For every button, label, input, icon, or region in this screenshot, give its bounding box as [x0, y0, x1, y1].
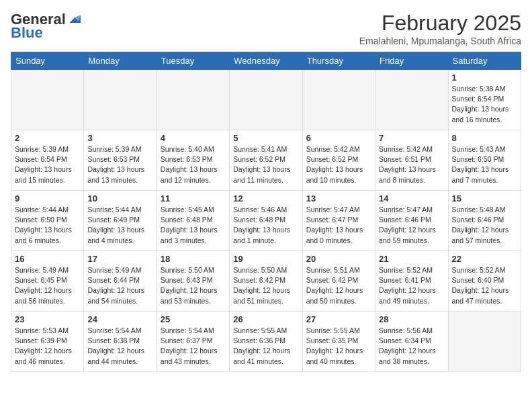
day-info: Sunrise: 5:38 AMSunset: 6:54 PMDaylight:… [452, 84, 517, 125]
day-info: Sunrise: 5:46 AMSunset: 6:48 PMDaylight:… [233, 205, 298, 246]
calendar-cell: 9Sunrise: 5:44 AMSunset: 6:50 PMDaylight… [11, 191, 84, 251]
day-number: 9 [15, 193, 80, 203]
day-number: 15 [452, 193, 517, 203]
calendar-cell: 6Sunrise: 5:42 AMSunset: 6:52 PMDaylight… [302, 130, 375, 191]
day-info: Sunrise: 5:40 AMSunset: 6:53 PMDaylight:… [161, 144, 226, 185]
day-info: Sunrise: 5:54 AMSunset: 6:38 PMDaylight:… [87, 326, 152, 367]
day-number: 3 [87, 133, 152, 143]
day-number: 6 [306, 133, 371, 143]
calendar-cell: 12Sunrise: 5:46 AMSunset: 6:48 PMDayligh… [230, 191, 302, 251]
calendar-cell: 27Sunrise: 5:55 AMSunset: 6:35 PMDayligh… [302, 312, 375, 372]
day-number: 24 [87, 314, 152, 324]
day-number: 12 [233, 193, 298, 203]
calendar-cell: 3Sunrise: 5:39 AMSunset: 6:53 PMDaylight… [84, 130, 157, 191]
calendar-cell: 26Sunrise: 5:55 AMSunset: 6:36 PMDayligh… [230, 312, 302, 372]
day-info: Sunrise: 5:52 AMSunset: 6:40 PMDaylight:… [452, 265, 517, 306]
calendar-cell: 25Sunrise: 5:54 AMSunset: 6:37 PMDayligh… [157, 312, 229, 372]
calendar-cell [157, 70, 229, 130]
calendar-cell: 15Sunrise: 5:48 AMSunset: 6:46 PMDayligh… [448, 191, 521, 251]
day-info: Sunrise: 5:55 AMSunset: 6:36 PMDaylight:… [233, 326, 298, 367]
weekday-header-friday: Friday [375, 52, 448, 70]
day-number: 25 [161, 314, 226, 324]
calendar-cell: 28Sunrise: 5:56 AMSunset: 6:34 PMDayligh… [375, 312, 448, 372]
weekday-header-sunday: Sunday [11, 52, 84, 70]
weekday-header-wednesday: Wednesday [230, 52, 302, 70]
calendar-week-1: 1Sunrise: 5:38 AMSunset: 6:54 PMDaylight… [11, 70, 521, 130]
logo-blue-text: Blue [11, 24, 43, 42]
day-number: 5 [233, 133, 298, 143]
day-info: Sunrise: 5:49 AMSunset: 6:45 PMDaylight:… [15, 265, 80, 306]
weekday-header-tuesday: Tuesday [157, 52, 229, 70]
day-info: Sunrise: 5:50 AMSunset: 6:42 PMDaylight:… [233, 265, 298, 306]
calendar-cell: 19Sunrise: 5:50 AMSunset: 6:42 PMDayligh… [230, 251, 302, 312]
day-info: Sunrise: 5:42 AMSunset: 6:52 PMDaylight:… [306, 144, 371, 185]
calendar-cell [11, 70, 84, 130]
day-number: 27 [306, 314, 371, 324]
day-info: Sunrise: 5:52 AMSunset: 6:41 PMDaylight:… [379, 265, 444, 306]
day-number: 4 [161, 133, 226, 143]
calendar-cell: 2Sunrise: 5:39 AMSunset: 6:54 PMDaylight… [11, 130, 84, 191]
day-number: 22 [452, 254, 517, 264]
calendar-cell: 13Sunrise: 5:47 AMSunset: 6:47 PMDayligh… [302, 191, 375, 251]
day-number: 14 [379, 193, 444, 203]
calendar-table: SundayMondayTuesdayWednesdayThursdayFrid… [11, 52, 521, 372]
calendar-cell: 7Sunrise: 5:42 AMSunset: 6:51 PMDaylight… [375, 130, 448, 191]
calendar-cell: 17Sunrise: 5:49 AMSunset: 6:44 PMDayligh… [84, 251, 157, 312]
calendar-week-5: 23Sunrise: 5:53 AMSunset: 6:39 PMDayligh… [11, 312, 521, 372]
day-info: Sunrise: 5:45 AMSunset: 6:48 PMDaylight:… [161, 205, 226, 246]
logo: General Blue [11, 11, 81, 42]
day-info: Sunrise: 5:43 AMSunset: 6:50 PMDaylight:… [452, 144, 517, 185]
day-info: Sunrise: 5:50 AMSunset: 6:43 PMDaylight:… [161, 265, 226, 306]
calendar-cell: 10Sunrise: 5:44 AMSunset: 6:49 PMDayligh… [84, 191, 157, 251]
calendar-cell: 24Sunrise: 5:54 AMSunset: 6:38 PMDayligh… [84, 312, 157, 372]
day-info: Sunrise: 5:47 AMSunset: 6:46 PMDaylight:… [379, 205, 444, 246]
calendar-cell: 20Sunrise: 5:51 AMSunset: 6:42 PMDayligh… [302, 251, 375, 312]
day-info: Sunrise: 5:55 AMSunset: 6:35 PMDaylight:… [306, 326, 371, 367]
day-info: Sunrise: 5:39 AMSunset: 6:53 PMDaylight:… [87, 144, 152, 185]
calendar-cell: 21Sunrise: 5:52 AMSunset: 6:41 PMDayligh… [375, 251, 448, 312]
calendar-cell [302, 70, 375, 130]
calendar-week-2: 2Sunrise: 5:39 AMSunset: 6:54 PMDaylight… [11, 130, 521, 191]
calendar-week-4: 16Sunrise: 5:49 AMSunset: 6:45 PMDayligh… [11, 251, 521, 312]
calendar-cell: 4Sunrise: 5:40 AMSunset: 6:53 PMDaylight… [157, 130, 229, 191]
title-block: February 2025 Emalahleni, Mpumalanga, So… [359, 11, 521, 46]
day-number: 21 [379, 254, 444, 264]
day-number: 26 [233, 314, 298, 324]
page-header: General Blue February 2025 Emalahleni, M… [11, 11, 521, 46]
calendar-cell [448, 312, 521, 372]
day-info: Sunrise: 5:44 AMSunset: 6:50 PMDaylight:… [15, 205, 80, 246]
calendar-cell [230, 70, 302, 130]
day-number: 18 [161, 254, 226, 264]
calendar-cell: 22Sunrise: 5:52 AMSunset: 6:40 PMDayligh… [448, 251, 521, 312]
calendar-cell: 14Sunrise: 5:47 AMSunset: 6:46 PMDayligh… [375, 191, 448, 251]
weekday-header-row: SundayMondayTuesdayWednesdayThursdayFrid… [11, 52, 521, 70]
month-title: February 2025 [359, 11, 521, 36]
day-number: 11 [161, 193, 226, 203]
day-info: Sunrise: 5:54 AMSunset: 6:37 PMDaylight:… [161, 326, 226, 367]
day-number: 13 [306, 193, 371, 203]
day-number: 7 [379, 133, 444, 143]
day-number: 17 [87, 254, 152, 264]
calendar-cell: 16Sunrise: 5:49 AMSunset: 6:45 PMDayligh… [11, 251, 84, 312]
day-number: 28 [379, 314, 444, 324]
day-number: 23 [15, 314, 80, 324]
weekday-header-monday: Monday [84, 52, 157, 70]
day-info: Sunrise: 5:49 AMSunset: 6:44 PMDaylight:… [87, 265, 152, 306]
calendar-cell: 11Sunrise: 5:45 AMSunset: 6:48 PMDayligh… [157, 191, 229, 251]
day-number: 8 [452, 133, 517, 143]
day-number: 20 [306, 254, 371, 264]
day-info: Sunrise: 5:56 AMSunset: 6:34 PMDaylight:… [379, 326, 444, 367]
day-info: Sunrise: 5:42 AMSunset: 6:51 PMDaylight:… [379, 144, 444, 185]
calendar-week-3: 9Sunrise: 5:44 AMSunset: 6:50 PMDaylight… [11, 191, 521, 251]
calendar-cell [375, 70, 448, 130]
weekday-header-saturday: Saturday [448, 52, 521, 70]
day-info: Sunrise: 5:48 AMSunset: 6:46 PMDaylight:… [452, 205, 517, 246]
day-info: Sunrise: 5:53 AMSunset: 6:39 PMDaylight:… [15, 326, 80, 367]
calendar-cell: 18Sunrise: 5:50 AMSunset: 6:43 PMDayligh… [157, 251, 229, 312]
calendar-cell [84, 70, 157, 130]
logo-icon [67, 13, 81, 26]
day-info: Sunrise: 5:47 AMSunset: 6:47 PMDaylight:… [306, 205, 371, 246]
day-number: 2 [15, 133, 80, 143]
day-info: Sunrise: 5:41 AMSunset: 6:52 PMDaylight:… [233, 144, 298, 185]
calendar-cell: 5Sunrise: 5:41 AMSunset: 6:52 PMDaylight… [230, 130, 302, 191]
